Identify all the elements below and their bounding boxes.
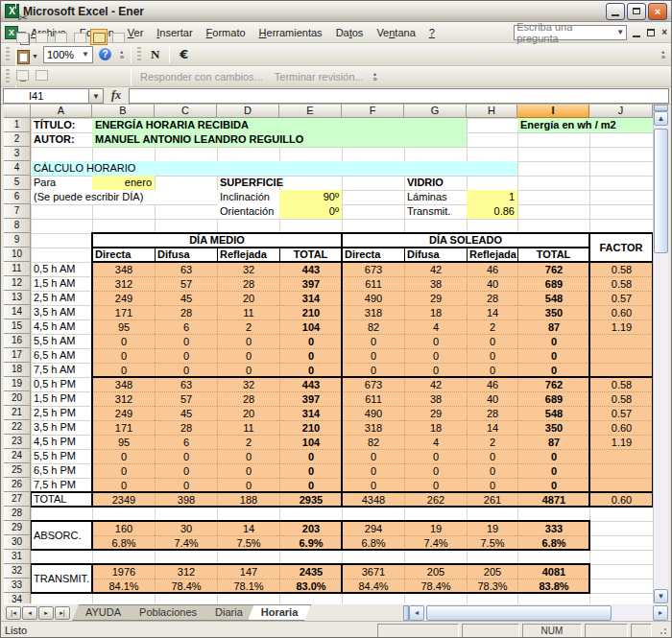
- last-sheet-button[interactable]: ▸|: [55, 606, 70, 620]
- cell-A13[interactable]: 2,5 h AM: [31, 291, 92, 305]
- cell-C27[interactable]: 398: [155, 492, 217, 507]
- cell-B5[interactable]: enero: [92, 176, 155, 190]
- help-button[interactable]: [95, 45, 116, 64]
- cell-H22[interactable]: 14: [467, 420, 517, 435]
- row-header-4[interactable]: 4: [4, 161, 31, 176]
- accept-change-icon[interactable]: [33, 66, 50, 83]
- euro-style-button[interactable]: €: [173, 45, 195, 64]
- cell-I20[interactable]: 689: [517, 391, 589, 406]
- column-header-J[interactable]: J: [589, 105, 653, 118]
- name-box[interactable]: I41: [3, 88, 89, 104]
- row-header-20[interactable]: 20: [4, 391, 31, 406]
- cell-B13[interactable]: 249: [92, 291, 155, 305]
- cell-D13[interactable]: 20: [217, 291, 279, 305]
- cell-B10[interactable]: Directa: [92, 248, 155, 262]
- cell-G15[interactable]: 4: [404, 319, 467, 334]
- cell-C32[interactable]: 312: [155, 564, 217, 579]
- cell-I13[interactable]: 548: [517, 291, 589, 305]
- cell-I30[interactable]: 6.8%: [517, 535, 589, 550]
- cell-A24[interactable]: 5,5 h PM: [31, 449, 92, 463]
- cell-C19[interactable]: 63: [155, 377, 217, 391]
- cell-A14[interactable]: 3,5 h AM: [31, 305, 92, 319]
- row-header-26[interactable]: 26: [4, 478, 31, 492]
- cell-B1[interactable]: ENERGÍA HORARIA RECIBIDA: [92, 118, 467, 132]
- row-header-12[interactable]: 12: [4, 276, 31, 291]
- cell-A17[interactable]: 6,5 h AM: [31, 348, 92, 363]
- cell-E27[interactable]: 2935: [279, 492, 342, 507]
- cell-I32[interactable]: 4081: [517, 564, 589, 579]
- first-sheet-button[interactable]: |◂: [6, 606, 21, 620]
- cell-G23[interactable]: 4: [404, 435, 467, 449]
- cell-A19[interactable]: 0,5 h PM: [31, 377, 92, 391]
- row-header-17[interactable]: 17: [4, 348, 31, 363]
- cell-F10[interactable]: Directa: [342, 248, 404, 262]
- previous-comment-icon[interactable]: [33, 29, 50, 45]
- cell-G29[interactable]: 19: [404, 521, 467, 535]
- column-header-C[interactable]: C: [155, 105, 217, 118]
- cell-I14[interactable]: 350: [517, 305, 589, 319]
- cell-D7[interactable]: Orientación: [217, 204, 279, 219]
- cell-J9[interactable]: FACTOR: [589, 233, 653, 262]
- cell-A23[interactable]: 4,5 h PM: [31, 435, 92, 449]
- scroll-left-icon[interactable]: ◂: [409, 605, 424, 621]
- cell-D6[interactable]: Inclinación: [217, 190, 279, 204]
- cell-C16[interactable]: 0: [155, 334, 217, 348]
- cell-E33[interactable]: 83.0%: [279, 579, 342, 593]
- row-header-7[interactable]: 7: [4, 204, 31, 219]
- cell-B14[interactable]: 171: [92, 305, 155, 319]
- row-header-13[interactable]: 13: [4, 291, 31, 305]
- cell-J17[interactable]: [589, 348, 653, 363]
- column-header-I[interactable]: I: [517, 105, 589, 118]
- cell-E32[interactable]: 2435: [279, 564, 342, 579]
- cell-H7[interactable]: 0.86: [467, 204, 517, 219]
- cell-F12[interactable]: 611: [342, 276, 404, 291]
- end-review-button[interactable]: Terminar revisión...: [275, 71, 364, 83]
- cell-A1[interactable]: TÍTULO:: [31, 118, 92, 132]
- cell-G6[interactable]: Láminas: [404, 190, 467, 204]
- row-header-3[interactable]: 3: [4, 147, 31, 161]
- cell-E30[interactable]: 6.9%: [279, 535, 342, 550]
- cell-G21[interactable]: 29: [404, 406, 467, 420]
- cell-A25[interactable]: 6,5 h PM: [31, 463, 92, 478]
- cell-B24[interactable]: 0: [92, 449, 155, 463]
- scroll-right-icon[interactable]: ▸: [653, 605, 668, 621]
- cell-E15[interactable]: 104: [279, 319, 342, 334]
- row-header-19[interactable]: 19: [4, 377, 31, 391]
- cell-A32[interactable]: TRANSMIT.: [31, 564, 92, 593]
- cell-J22[interactable]: 0.60: [589, 420, 653, 435]
- cell-D29[interactable]: 14: [217, 521, 279, 535]
- cell-A26[interactable]: 7,5 h PM: [31, 478, 92, 492]
- cell-I18[interactable]: 0: [517, 363, 589, 377]
- row-header-8[interactable]: 8: [4, 219, 31, 233]
- cell-H16[interactable]: 0: [467, 334, 517, 348]
- cell-B22[interactable]: 171: [92, 420, 155, 435]
- cell-B23[interactable]: 95: [92, 435, 155, 449]
- toolbar-grip[interactable]: [137, 47, 141, 62]
- horizontal-scroll-thumb[interactable]: [426, 605, 612, 621]
- cell-H19[interactable]: 46: [467, 377, 517, 391]
- cell-D20[interactable]: 28: [217, 391, 279, 406]
- row-header-25[interactable]: 25: [4, 463, 31, 478]
- cell-D19[interactable]: 32: [217, 377, 279, 391]
- cell-G27[interactable]: 262: [404, 492, 467, 507]
- cell-I16[interactable]: 0: [517, 334, 589, 348]
- cell-C18[interactable]: 0: [155, 363, 217, 377]
- cell-H26[interactable]: 0: [467, 478, 517, 492]
- cell-H23[interactable]: 2: [467, 435, 517, 449]
- cell-B16[interactable]: 0: [92, 334, 155, 348]
- cell-D22[interactable]: 11: [217, 420, 279, 435]
- column-header-F[interactable]: F: [342, 105, 404, 118]
- cell-C26[interactable]: 0: [155, 478, 217, 492]
- cell-G24[interactable]: 0: [404, 449, 467, 463]
- cell-H10[interactable]: Reflejada: [467, 248, 517, 262]
- bold-button[interactable]: N: [144, 45, 166, 64]
- workbook-close-icon[interactable]: ×: [661, 27, 667, 37]
- show-all-comments-icon[interactable]: [90, 29, 108, 45]
- row-header-23[interactable]: 23: [4, 435, 31, 449]
- cell-H6[interactable]: 1: [467, 190, 517, 204]
- cell-H29[interactable]: 19: [467, 521, 517, 535]
- delete-comment-icon[interactable]: [109, 29, 127, 45]
- cell-G16[interactable]: 0: [404, 334, 467, 348]
- row-header-10[interactable]: 10: [4, 248, 31, 262]
- cell-J24[interactable]: [589, 449, 653, 463]
